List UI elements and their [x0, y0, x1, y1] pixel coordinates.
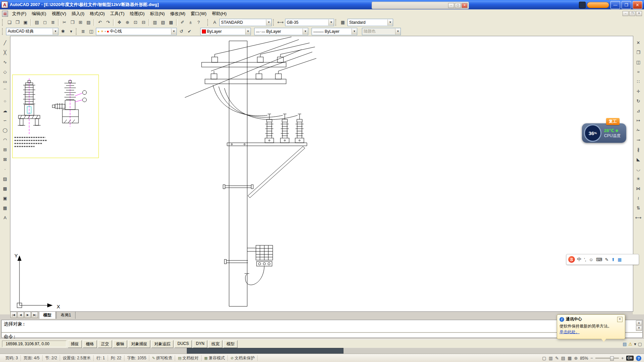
fillet-icon[interactable]: ◡ — [634, 165, 643, 173]
layer-lock-icon[interactable]: ▪ — [105, 29, 106, 33]
tray-arrow-icon[interactable]: ▾ — [634, 342, 636, 347]
gradient-icon[interactable]: ▩ — [1, 184, 9, 192]
color-combo[interactable]: ByLayer ▼ — [200, 28, 251, 35]
table-icon[interactable]: ▦ — [1, 204, 9, 212]
plot-icon[interactable]: ▤ — [33, 18, 41, 26]
polyline-icon[interactable]: ∿ — [1, 58, 9, 66]
layer-combo[interactable]: ●☀▪■ 中心线 ▼ — [96, 28, 177, 35]
tab-model[interactable]: 模型 — [39, 311, 56, 319]
scale-icon[interactable]: ⊿ — [634, 107, 643, 115]
revcloud-icon[interactable]: ☁ — [1, 107, 9, 115]
lang-cn-icon[interactable]: 中 — [577, 256, 581, 262]
web-layout-icon[interactable]: ▦ — [568, 356, 572, 361]
status-toggle-button[interactable]: DUCS — [174, 340, 192, 348]
designcenter-icon[interactable]: ▧ — [159, 18, 167, 26]
write-mode-icon[interactable]: ✎ — [555, 356, 559, 361]
menu-item[interactable]: 工具(T) — [107, 9, 127, 18]
pan-icon[interactable]: ✥ — [115, 18, 123, 26]
status-toggle-button[interactable]: 正交 — [98, 340, 112, 348]
input-language-badge[interactable]: CH — [626, 356, 634, 361]
toolbar-grip[interactable] — [76, 28, 78, 35]
array-icon[interactable]: ∷ — [634, 77, 643, 85]
point-icon[interactable]: ∙ — [1, 165, 9, 173]
menu-item[interactable]: 标注(N) — [147, 9, 167, 18]
break-icon[interactable]: ∦ — [634, 145, 643, 154]
layer-thaw-icon[interactable]: ☀ — [101, 29, 104, 33]
close-button[interactable]: ✕ — [633, 1, 642, 9]
make-block-icon[interactable]: ⊠ — [1, 155, 9, 163]
chevron-down-icon[interactable]: ▼ — [387, 19, 393, 25]
match-properties-icon[interactable]: ▨ — [85, 18, 93, 26]
status-toggle-button[interactable]: 对象追踪 — [151, 340, 173, 348]
trim-icon[interactable]: ✁ — [634, 126, 643, 134]
fullscreen-view-icon[interactable]: ▢ — [542, 356, 546, 361]
make-current-icon[interactable]: ✔ — [185, 27, 194, 36]
lineweight-combo[interactable]: ——— ByLayer ▼ — [312, 28, 357, 35]
quickcalc-icon[interactable]: ± — [186, 18, 195, 26]
rectangle-icon[interactable]: ▭ — [1, 77, 9, 85]
redo-icon[interactable]: ↷ — [104, 18, 112, 26]
arc-icon[interactable]: ⌒ — [1, 87, 9, 95]
zoom-slider-thumb[interactable] — [610, 356, 614, 361]
bgwin-close-button[interactable]: ✕ — [462, 3, 468, 8]
ellipse-icon[interactable]: ◯ — [1, 126, 9, 134]
drawing-file-icon[interactable]: ▤ — [2, 11, 8, 17]
minimize-button[interactable]: — — [610, 1, 620, 9]
mdi-minimize-button[interactable]: – — [623, 11, 629, 16]
chevron-down-icon[interactable]: ▼ — [328, 19, 334, 25]
construction-line-icon[interactable]: ╳ — [1, 48, 9, 56]
command-scrollbar[interactable]: ▲ ▼ — [636, 320, 642, 331]
chevron-down-icon[interactable]: ▼ — [395, 28, 400, 35]
linetype-combo[interactable]: — · — ByLayer ▼ — [254, 28, 308, 35]
word-status-toggle[interactable]: ▤ 文档校对 — [175, 355, 201, 361]
spline-icon[interactable]: ∽ — [1, 116, 9, 124]
region-icon[interactable]: ▣ — [1, 194, 9, 202]
scroll-down-icon[interactable]: ▼ — [636, 326, 642, 331]
chevron-down-icon[interactable]: ▼ — [171, 28, 176, 35]
zoom-realtime-icon[interactable]: ⊕ — [123, 18, 131, 26]
text-style-icon[interactable]: A — [211, 18, 219, 26]
print-layout-icon[interactable]: ⊕ — [574, 356, 578, 361]
mtext-icon[interactable]: A — [1, 214, 9, 222]
join-icon[interactable]: ⋈ — [634, 184, 643, 192]
input-method-toolbar[interactable]: S 中’,☺⌨✎⬆▦ — [566, 254, 639, 265]
paste-icon[interactable]: ⊞ — [76, 18, 85, 26]
comm-center-link[interactable]: 单击此处。 — [559, 329, 580, 334]
outline-view-icon[interactable]: ▤ — [561, 356, 565, 361]
align-icon[interactable]: ⇅ — [634, 204, 643, 212]
dim-style-icon[interactable]: ⟷ — [276, 18, 284, 26]
mirror-icon[interactable]: ◫ — [634, 58, 643, 66]
ellipse-arc-icon[interactable]: ◠ — [1, 136, 9, 144]
plot-preview-icon[interactable]: ◻ — [41, 18, 49, 26]
zoom-slider[interactable] — [595, 358, 619, 359]
status-toggle-button[interactable]: DYN — [193, 340, 207, 348]
hatch-icon[interactable]: ▨ — [1, 175, 9, 183]
mdi-restore-button[interactable]: ❐ — [629, 11, 635, 16]
menu-item[interactable]: 视图(V) — [49, 9, 69, 18]
drawing-canvas[interactable]: Y X — [10, 36, 633, 312]
publish-icon[interactable]: ≣ — [49, 18, 57, 26]
cut-icon[interactable]: ✂ — [60, 18, 68, 26]
toolbox-icon[interactable]: ▦ — [618, 257, 622, 262]
qnew-icon[interactable]: ❏ — [5, 18, 13, 26]
tool-palettes-icon[interactable]: ▩ — [167, 18, 175, 26]
toolbar-grip[interactable] — [273, 19, 275, 26]
dim-style-combo[interactable]: GB-35 ▼ — [285, 19, 334, 26]
erase-icon[interactable]: ✕ — [634, 39, 643, 47]
layer-manager-icon[interactable]: ≣ — [79, 27, 87, 36]
help-icon[interactable]: ? — [636, 356, 641, 361]
chevron-down-icon[interactable]: ▼ — [245, 28, 251, 35]
status-toggle-button[interactable]: 栅格 — [83, 340, 97, 348]
zoom-out-icon[interactable]: − — [590, 356, 593, 361]
copy-clip-icon[interactable]: ❒ — [68, 18, 76, 26]
sogou-logo-icon[interactable]: S — [568, 256, 575, 263]
save-icon[interactable]: ▣ — [21, 18, 30, 26]
chevron-down-icon[interactable]: ▼ — [266, 19, 271, 25]
status-toggle-button[interactable]: 线宽 — [208, 340, 222, 348]
menu-item[interactable]: 修改(M) — [167, 9, 188, 18]
zoom-previous-icon[interactable]: ⊟ — [140, 18, 148, 26]
status-toggle-button[interactable]: 模型 — [223, 340, 237, 348]
polygon-icon[interactable]: ◇ — [1, 68, 9, 76]
blend-icon[interactable]: ≀ — [634, 194, 643, 202]
punctuation-icon[interactable]: ’, — [584, 257, 586, 262]
